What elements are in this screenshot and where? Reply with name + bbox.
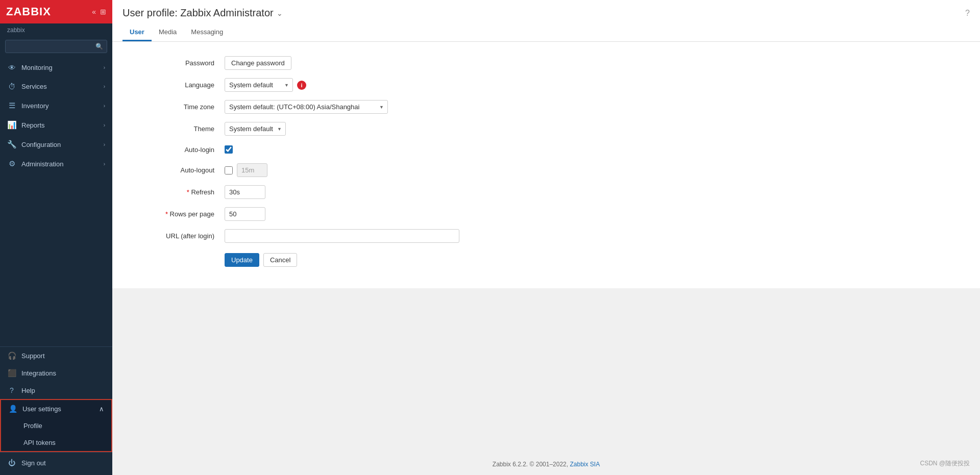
rows-per-page-label: Rows per page bbox=[122, 210, 225, 218]
autologin-checkbox[interactable] bbox=[225, 145, 233, 154]
tab-user[interactable]: User bbox=[122, 24, 152, 41]
refresh-field: 30s bbox=[225, 185, 265, 199]
tab-media[interactable]: Media bbox=[152, 24, 184, 41]
chevron-right-icon: › bbox=[104, 142, 105, 147]
sidebar-item-support[interactable]: 🎧 Support bbox=[0, 347, 112, 364]
sidebar-item-label: Support bbox=[21, 352, 45, 360]
page-help-icon[interactable]: ? bbox=[965, 9, 970, 18]
sign-out-icon: ⏻ bbox=[7, 459, 16, 467]
sidebar-item-monitoring[interactable]: 👁 Monitoring › bbox=[0, 58, 112, 77]
sidebar-item-label: Administration bbox=[21, 160, 99, 168]
rows-per-page-input[interactable]: 50 bbox=[225, 207, 265, 221]
form-actions: Update Cancel bbox=[112, 247, 980, 273]
tab-bar: User Media Messaging bbox=[122, 24, 970, 41]
chevron-right-icon: › bbox=[104, 65, 105, 70]
password-row: Password Change password bbox=[112, 52, 980, 74]
autologout-field bbox=[225, 163, 267, 177]
timezone-row: Time zone System default: (UTC+08:00) As… bbox=[112, 96, 980, 118]
chevron-up-icon: ∧ bbox=[99, 405, 104, 413]
monitoring-icon: 👁 bbox=[7, 63, 16, 72]
timezone-select[interactable]: System default: (UTC+08:00) Asia/Shangha… bbox=[225, 100, 388, 114]
autologout-checkbox[interactable] bbox=[225, 166, 233, 174]
url-field bbox=[225, 229, 459, 243]
sign-out-button[interactable]: ⏻ Sign out bbox=[0, 452, 112, 473]
language-info-icon[interactable]: i bbox=[297, 81, 306, 90]
collapse-icon[interactable]: « bbox=[92, 8, 96, 16]
administration-icon: ⚙ bbox=[7, 159, 16, 168]
sidebar-item-label: Help bbox=[21, 387, 35, 394]
tab-messaging[interactable]: Messaging bbox=[184, 24, 230, 41]
sidebar-item-help[interactable]: ? Help bbox=[0, 382, 112, 399]
sidebar-bottom: 🎧 Support ⬛ Integrations ? Help 👤 User s… bbox=[0, 346, 112, 475]
theme-label: Theme bbox=[122, 125, 225, 133]
autologout-label: Auto-logout bbox=[122, 166, 225, 174]
search-input[interactable] bbox=[5, 40, 107, 53]
language-field: System default English (en_US) Chinese (… bbox=[225, 78, 306, 92]
sidebar-header-icons: « ⊞ bbox=[92, 8, 106, 16]
sidebar-item-label: Inventory bbox=[21, 102, 99, 110]
form-container: Password Change password Language System… bbox=[112, 42, 980, 288]
top-header: User profile: Zabbix Administrator ⌄ ? U… bbox=[112, 0, 980, 42]
timezone-label: Time zone bbox=[122, 103, 225, 111]
page-title-text: User profile: Zabbix Administrator bbox=[122, 7, 274, 19]
main-content: User profile: Zabbix Administrator ⌄ ? U… bbox=[112, 0, 980, 475]
sidebar-item-configuration[interactable]: 🔧 Configuration › bbox=[0, 135, 112, 154]
reports-icon: 📊 bbox=[7, 120, 16, 130]
language-label: Language bbox=[122, 81, 225, 89]
rows-per-page-field: 50 bbox=[225, 207, 265, 221]
url-input[interactable] bbox=[225, 229, 459, 243]
chevron-right-icon: › bbox=[104, 103, 105, 109]
sidebar-item-administration[interactable]: ⚙ Administration › bbox=[0, 154, 112, 173]
url-row: URL (after login) bbox=[112, 225, 980, 247]
submenu-item-api-tokens[interactable]: API tokens bbox=[1, 434, 111, 451]
search-icon: 🔍 bbox=[95, 43, 103, 50]
sidebar-item-label: Reports bbox=[21, 121, 99, 129]
autologout-input[interactable] bbox=[237, 163, 267, 177]
sidebar-item-services[interactable]: ⏱ Services › bbox=[0, 77, 112, 96]
user-settings-submenu: Profile API tokens bbox=[1, 417, 111, 451]
autologin-field bbox=[225, 145, 233, 154]
app-name: zabbix bbox=[0, 23, 112, 37]
logo: ZABBIX bbox=[6, 5, 51, 18]
dropdown-arrow-icon[interactable]: ⌄ bbox=[277, 9, 283, 17]
sidebar-nav: 👁 Monitoring › ⏱ Services › ☰ Inventory … bbox=[0, 58, 112, 346]
sidebar-item-label: Monitoring bbox=[21, 64, 99, 71]
chevron-right-icon: › bbox=[104, 161, 105, 167]
expand-icon[interactable]: ⊞ bbox=[100, 8, 106, 16]
footer-link[interactable]: Zabbix SIA bbox=[570, 461, 600, 468]
timezone-field: System default: (UTC+08:00) Asia/Shangha… bbox=[225, 100, 388, 114]
refresh-label: Refresh bbox=[122, 188, 225, 196]
user-settings-section: 👤 User settings ∧ Profile API tokens bbox=[0, 399, 112, 452]
theme-select[interactable]: System default Blue Dark bbox=[225, 122, 286, 136]
configuration-icon: 🔧 bbox=[7, 140, 16, 149]
password-field: Change password bbox=[225, 56, 291, 70]
rows-per-page-row: Rows per page 50 bbox=[112, 203, 980, 225]
sidebar-item-inventory[interactable]: ☰ Inventory › bbox=[0, 96, 112, 115]
user-settings-label: User settings bbox=[22, 405, 94, 413]
footer-watermark: CSDN @随便投投 bbox=[920, 459, 970, 468]
cancel-button[interactable]: Cancel bbox=[263, 253, 297, 267]
sidebar-item-integrations[interactable]: ⬛ Integrations bbox=[0, 364, 112, 382]
language-select[interactable]: System default English (en_US) Chinese (… bbox=[225, 78, 293, 92]
theme-field: System default Blue Dark bbox=[225, 122, 286, 136]
sidebar-search: 🔍 bbox=[0, 37, 112, 56]
autologout-row: Auto-logout bbox=[112, 159, 980, 181]
sidebar-item-label: Integrations bbox=[21, 369, 56, 377]
update-button[interactable]: Update bbox=[225, 253, 259, 267]
change-password-button[interactable]: Change password bbox=[225, 56, 291, 70]
user-settings-toggle[interactable]: 👤 User settings ∧ bbox=[1, 400, 111, 417]
chevron-right-icon: › bbox=[104, 84, 105, 89]
sidebar-item-label: Configuration bbox=[21, 141, 99, 148]
chevron-right-icon: › bbox=[104, 122, 105, 128]
services-icon: ⏱ bbox=[7, 82, 16, 91]
refresh-row: Refresh 30s bbox=[112, 181, 980, 203]
user-icon: 👤 bbox=[8, 405, 17, 413]
refresh-input[interactable]: 30s bbox=[225, 185, 265, 199]
sidebar-item-label: Services bbox=[21, 83, 99, 90]
submenu-item-profile[interactable]: Profile bbox=[1, 417, 111, 434]
footer-text: Zabbix 6.2.2. © 2001–2022, bbox=[493, 461, 568, 468]
page-title-row: User profile: Zabbix Administrator ⌄ ? bbox=[122, 7, 970, 19]
sign-out-label: Sign out bbox=[21, 459, 46, 467]
inventory-icon: ☰ bbox=[7, 101, 16, 110]
sidebar-item-reports[interactable]: 📊 Reports › bbox=[0, 115, 112, 135]
